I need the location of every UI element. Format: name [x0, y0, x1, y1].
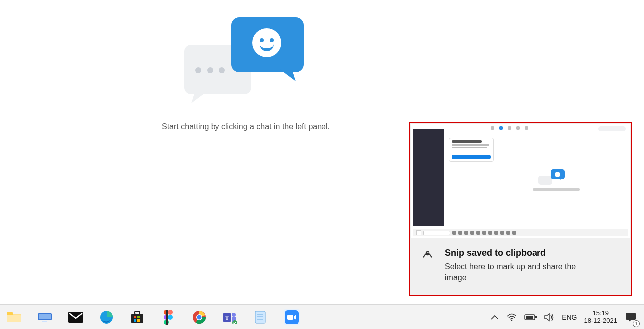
svg-rect-34 [287, 315, 293, 320]
svg-rect-13 [134, 319, 136, 322]
time-text: 15:19 [584, 310, 618, 317]
svg-rect-20 [166, 310, 168, 325]
svg-point-23 [197, 315, 202, 319]
svg-point-16 [168, 310, 173, 315]
notification-count-badge: 1 [633, 320, 640, 327]
notification-body: Snip saved to clipboard Select here to m… [410, 239, 631, 295]
wifi-icon[interactable] [506, 309, 517, 325]
zoom-icon[interactable] [284, 309, 300, 325]
svg-rect-39 [626, 313, 636, 320]
snip-tool-icon [421, 248, 434, 261]
svg-rect-29 [255, 311, 265, 323]
chrome-icon[interactable] [191, 309, 207, 325]
clock[interactable]: 15:19 18-12-2021 [584, 310, 618, 325]
chat-illustration [184, 17, 299, 102]
svg-point-26 [232, 313, 236, 317]
svg-rect-5 [39, 314, 51, 319]
svg-rect-37 [535, 316, 537, 318]
empty-state-text: Start chatting by clicking a chat in the… [162, 122, 330, 131]
svg-point-18 [168, 315, 173, 320]
svg-point-35 [511, 319, 513, 321]
system-tray: ENG 15:19 18-12-2021 1 [490, 305, 644, 329]
windows-taskbar: T ENG 15:19 18-12-2021 1 [0, 304, 644, 329]
action-center-icon[interactable]: 1 [624, 309, 637, 325]
figma-icon[interactable] [160, 309, 176, 325]
smiley-face-icon [252, 28, 281, 57]
screen-keyboard-icon[interactable] [37, 309, 53, 325]
svg-rect-9 [131, 314, 143, 323]
svg-rect-38 [526, 316, 533, 319]
svg-rect-7 [68, 312, 83, 323]
notification-subtitle: Select here to mark up and share the ima… [445, 261, 594, 283]
mail-icon[interactable] [68, 309, 84, 325]
volume-icon[interactable] [544, 309, 555, 325]
snip-notification[interactable]: Snip saved to clipboard Select here to m… [409, 122, 632, 296]
date-text: 18-12-2021 [584, 317, 618, 325]
svg-rect-3 [7, 315, 21, 322]
notification-title: Snip saved to clipboard [445, 248, 594, 258]
language-indicator[interactable]: ENG [562, 313, 577, 321]
notepad-icon[interactable] [253, 309, 269, 325]
teams-icon[interactable]: T [222, 309, 238, 325]
typing-dots-icon [195, 67, 225, 73]
svg-rect-2 [7, 312, 13, 315]
svg-rect-12 [137, 316, 140, 318]
svg-rect-10 [135, 311, 140, 314]
battery-icon[interactable] [524, 309, 537, 325]
tray-overflow-icon[interactable] [490, 309, 499, 325]
svg-rect-14 [137, 319, 140, 322]
svg-text:T: T [225, 314, 229, 321]
speech-bubble-blue-icon [231, 17, 304, 72]
svg-rect-6 [42, 321, 47, 322]
edge-browser-icon[interactable] [99, 309, 114, 325]
svg-rect-11 [134, 316, 136, 318]
snip-thumbnail [411, 124, 630, 238]
microsoft-store-icon[interactable] [129, 309, 145, 325]
file-explorer-icon[interactable] [6, 309, 22, 325]
